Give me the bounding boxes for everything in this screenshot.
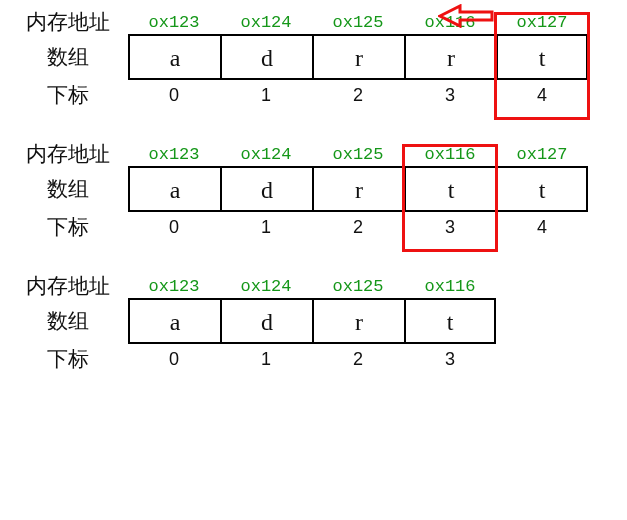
index-cell: 3	[404, 349, 496, 370]
array-cell: t	[496, 166, 588, 212]
address-cell: ox127	[496, 13, 588, 32]
label-index: 下标	[8, 213, 128, 241]
array-cell: r	[312, 298, 404, 344]
array-block-2: 内存地址ox123ox124ox125ox116数组adrt下标0123	[8, 272, 619, 376]
left-arrow-icon	[438, 4, 508, 28]
index-cell: 1	[220, 217, 312, 238]
address-cell: ox116	[404, 277, 496, 296]
index-cell: 4	[496, 217, 588, 238]
index-cell: 2	[312, 349, 404, 370]
address-row: 内存地址ox123ox124ox125ox116	[8, 272, 619, 300]
array-row: 数组adrrt	[8, 36, 619, 78]
array-cell: d	[220, 298, 312, 344]
index-row: 下标01234	[8, 78, 619, 112]
array-cell: d	[220, 166, 312, 212]
label-memory-address: 内存地址	[8, 140, 128, 168]
address-cell: ox127	[496, 145, 588, 164]
index-cell: 1	[220, 349, 312, 370]
address-cell: ox125	[312, 277, 404, 296]
label-memory-address: 内存地址	[8, 272, 128, 300]
index-cell: 3	[404, 217, 496, 238]
address-cell: ox124	[220, 277, 312, 296]
array-memory-diagram: 内存地址ox123ox124ox125ox116ox127数组adrrt下标01…	[8, 8, 619, 376]
label-index: 下标	[8, 81, 128, 109]
address-cell: ox116	[404, 145, 496, 164]
index-cell: 0	[128, 217, 220, 238]
index-cell: 2	[312, 85, 404, 106]
label-index: 下标	[8, 345, 128, 373]
address-cell: ox123	[128, 145, 220, 164]
address-cell: ox124	[220, 13, 312, 32]
address-row: 内存地址ox123ox124ox125ox116ox127	[8, 140, 619, 168]
index-row: 下标0123	[8, 342, 619, 376]
address-cell: ox123	[128, 13, 220, 32]
array-cell: t	[404, 298, 496, 344]
array-row: 数组adrtt	[8, 168, 619, 210]
array-cell: t	[496, 34, 588, 80]
index-cell: 4	[496, 85, 588, 106]
label-array: 数组	[8, 307, 128, 335]
array-cell: r	[312, 166, 404, 212]
address-row: 内存地址ox123ox124ox125ox116ox127	[8, 8, 619, 36]
index-cell: 1	[220, 85, 312, 106]
array-row: 数组adrt	[8, 300, 619, 342]
array-cell: r	[312, 34, 404, 80]
index-cell: 0	[128, 85, 220, 106]
address-cell: ox125	[312, 145, 404, 164]
array-block-1: 内存地址ox123ox124ox125ox116ox127数组adrtt下标01…	[8, 140, 619, 244]
label-memory-address: 内存地址	[8, 8, 128, 36]
address-cell: ox123	[128, 277, 220, 296]
index-cell: 2	[312, 217, 404, 238]
index-row: 下标01234	[8, 210, 619, 244]
address-cell: ox124	[220, 145, 312, 164]
array-cell: t	[404, 166, 496, 212]
array-block-0: 内存地址ox123ox124ox125ox116ox127数组adrrt下标01…	[8, 8, 619, 112]
array-cell: a	[128, 34, 220, 80]
label-array: 数组	[8, 175, 128, 203]
array-cell: a	[128, 298, 220, 344]
index-cell: 3	[404, 85, 496, 106]
array-cell: r	[404, 34, 496, 80]
label-array: 数组	[8, 43, 128, 71]
index-cell: 0	[128, 349, 220, 370]
array-cell: a	[128, 166, 220, 212]
address-cell: ox125	[312, 13, 404, 32]
array-cell: d	[220, 34, 312, 80]
